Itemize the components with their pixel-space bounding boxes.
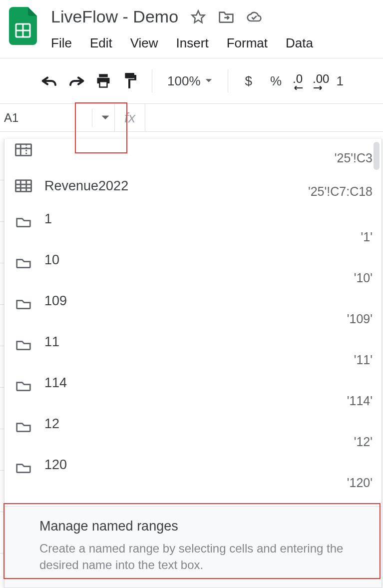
formula-input[interactable] [145,104,383,131]
sheet-item[interactable]: 10 '10' [13,247,373,288]
paint-format-button[interactable] [119,69,142,92]
number-format-more[interactable]: 1 [333,73,350,89]
sheet-item[interactable]: 11 '11' [13,329,373,370]
sheet-icon [13,416,33,436]
named-range-icon [13,176,33,196]
zoom-select[interactable]: 100% [162,73,218,89]
sheet-label: 11 [44,334,354,350]
menu-bar: File Edit View Insert Format Data [51,35,374,51]
sheet-ref: '114' [347,394,373,411]
increase-decimal-label: .00 [313,72,329,86]
redo-button[interactable] [65,69,88,92]
menu-format[interactable]: Format [227,35,268,51]
named-range-label: Revenue2022 [44,178,308,194]
menu-insert[interactable]: Insert [176,35,209,51]
sheet-ref: '11' [354,353,373,370]
toolbar-separator [228,69,228,92]
sheet-item[interactable]: 114 '114' [13,370,373,411]
name-box-dropdown-button[interactable] [96,115,114,121]
sheets-logo[interactable] [9,7,37,45]
menu-edit[interactable]: Edit [90,35,112,51]
sheet-ref: '120' [347,476,373,493]
menu-view[interactable]: View [130,35,158,51]
increase-decimal-button[interactable]: .00 [313,69,329,92]
format-currency-button[interactable]: $ [238,73,259,89]
name-box-dropdown: '25'!C3 Revenue2022 '25'!C7:C18 1 '1' 10… [4,139,382,588]
named-range-ref: '25'!C3 [335,140,373,165]
sheet-icon [13,334,33,354]
sheet-icon [13,252,33,272]
decrease-decimal-button[interactable]: .0 [293,69,304,92]
zoom-value: 100% [167,73,201,89]
star-icon[interactable] [190,9,206,25]
manage-named-ranges-desc: Create a named range by selecting cells … [39,540,373,574]
sheet-icon [13,375,33,395]
cloud-saved-icon[interactable] [246,9,262,25]
toolbar-separator [152,69,152,92]
manage-named-ranges[interactable]: Manage named ranges Create a named range… [4,506,382,588]
name-box-dropdown-list[interactable]: '25'!C3 Revenue2022 '25'!C7:C18 1 '1' 10… [4,139,382,506]
menu-file[interactable]: File [51,35,72,51]
name-box[interactable]: A1 [0,104,115,132]
sheet-icon [13,211,33,231]
menu-data[interactable]: Data [286,35,313,51]
sheet-label: 120 [44,457,347,473]
print-button[interactable] [92,69,115,92]
named-range-ref: '25'!C7:C18 [308,173,373,199]
app-header: LiveFlow - Demo File Edit View Insert Fo… [0,0,383,53]
move-folder-icon[interactable] [218,9,234,25]
decrease-decimal-label: .0 [293,72,303,86]
scrollbar-thumb[interactable] [374,142,380,170]
svg-marker-3 [192,10,205,22]
format-percent-button[interactable]: % [263,73,289,89]
svg-rect-6 [100,81,107,87]
sheet-ref: '12' [354,435,373,452]
sheet-ref: '109' [347,312,373,329]
sheet-label: 109 [44,293,347,309]
name-box-separator [92,109,92,127]
sheet-label: 114 [44,375,347,391]
name-box-value: A1 [4,111,92,125]
doc-title[interactable]: LiveFlow - Demo [51,7,178,26]
sheet-item[interactable]: 1 '1' [13,206,373,247]
grid-row-edges [0,139,4,588]
named-range-item[interactable]: '25'!C3 [13,139,373,165]
sheet-label: 12 [44,416,354,432]
sheet-icon [13,457,33,477]
svg-rect-7 [125,73,134,78]
scrollbar[interactable] [374,142,380,170]
sheet-item[interactable]: 109 '109' [13,288,373,329]
sheet-item[interactable]: 120 '120' [13,452,373,493]
sheet-ref: '10' [354,271,373,288]
sheet-label: 1 [44,211,361,227]
svg-rect-12 [15,180,31,192]
undo-button[interactable] [38,69,61,92]
sheet-label: 10 [44,252,354,268]
named-range-item[interactable]: Revenue2022 '25'!C7:C18 [13,165,373,206]
svg-rect-4 [99,74,108,77]
sheet-item[interactable]: 12 '12' [13,411,373,452]
manage-named-ranges-title: Manage named ranges [39,519,373,534]
sheet-ref: '1' [361,230,373,247]
named-range-icon [13,140,33,160]
formula-bar-row: A1 fx [0,104,383,132]
sheet-icon [13,293,33,313]
svg-rect-8 [15,144,31,156]
fx-icon[interactable]: fx [115,110,145,126]
toolbar: 100% $ % .0 .00 1 [0,58,383,104]
